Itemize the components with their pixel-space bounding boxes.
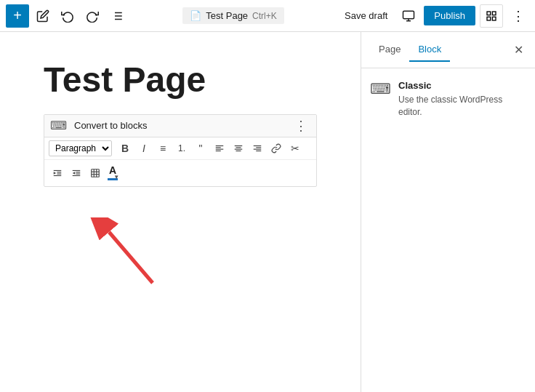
classic-toolbar-row2: A ▼ [44, 160, 316, 186]
align-right-button[interactable] [249, 142, 266, 155]
outdent-icon [71, 168, 81, 178]
unlink-button[interactable]: ✂ [286, 141, 304, 156]
convert-to-blocks-button[interactable]: Convert to blocks [71, 119, 287, 132]
classic-block-header: ⌨ Convert to blocks ⋮ [44, 115, 316, 137]
classic-toolbar-row1: Paragraph B I ≡ 1. " ✂ [44, 137, 316, 160]
page-doc-icon: 📄 [190, 10, 201, 21]
svg-rect-16 [216, 151, 221, 151]
blockquote-button[interactable]: " [192, 141, 209, 156]
block-text: Classic Use the classic WordPress editor… [398, 80, 526, 119]
italic-button[interactable]: I [135, 141, 153, 156]
plus-icon: + [13, 7, 22, 24]
list-view-button[interactable] [106, 7, 128, 25]
list-view-icon [110, 9, 124, 23]
svg-rect-33 [76, 173, 80, 174]
table-button[interactable] [87, 167, 104, 180]
add-block-button[interactable]: + [6, 4, 29, 28]
color-dropdown-arrow: ▼ [113, 174, 119, 180]
toolbar-center: 📄 Test Page Ctrl+K [131, 7, 336, 24]
outdent-button[interactable] [68, 167, 85, 180]
sidebar-header: Page Block ✕ [361, 32, 535, 68]
monitor-icon [402, 9, 415, 23]
svg-rect-6 [403, 11, 414, 19]
svg-rect-12 [487, 17, 491, 20]
svg-rect-21 [254, 145, 262, 146]
svg-rect-23 [254, 148, 262, 149]
redo-icon [86, 9, 99, 23]
classic-block: ⌨ Convert to blocks ⋮ Paragraph B I ≡ 1.… [44, 114, 317, 187]
align-center-icon [233, 143, 244, 153]
red-arrow-svg [76, 217, 171, 297]
svg-rect-20 [236, 151, 241, 151]
ordered-list-button[interactable]: 1. [173, 142, 190, 155]
svg-rect-9 [487, 12, 491, 15]
align-left-button[interactable] [211, 142, 228, 155]
svg-rect-17 [235, 145, 243, 146]
page-info-pill[interactable]: 📄 Test Page Ctrl+K [182, 7, 284, 24]
svg-rect-10 [492, 12, 496, 15]
indent-icon [52, 168, 63, 178]
link-button[interactable] [268, 142, 285, 155]
svg-rect-30 [73, 170, 81, 171]
svg-rect-24 [256, 151, 261, 151]
sidebar-content: ⌨ Classic Use the classic WordPress edit… [361, 68, 535, 130]
settings-button[interactable] [480, 4, 503, 28]
unordered-list-button[interactable]: ≡ [154, 141, 172, 156]
svg-rect-13 [216, 145, 224, 146]
paragraph-select[interactable]: Paragraph [49, 140, 112, 156]
link-icon [271, 143, 281, 153]
more-options-button[interactable]: ⋮ [507, 5, 529, 27]
svg-rect-35 [92, 169, 100, 177]
svg-rect-28 [57, 173, 61, 174]
redo-button[interactable] [81, 7, 103, 25]
align-left-icon [214, 143, 225, 153]
keyboard-shortcut: Ctrl+K [252, 11, 277, 21]
svg-rect-15 [216, 148, 224, 149]
svg-marker-26 [54, 172, 57, 175]
block-name: Classic [398, 80, 526, 91]
svg-rect-29 [54, 175, 62, 176]
table-icon [90, 168, 100, 178]
text-color-button[interactable]: A ▼ [105, 163, 120, 183]
block-info: ⌨ Classic Use the classic WordPress edit… [370, 80, 526, 119]
arrow-annotation [76, 217, 171, 300]
align-right-icon [252, 143, 262, 153]
bold-button[interactable]: B [116, 141, 134, 156]
svg-rect-19 [235, 148, 243, 149]
sidebar-close-button[interactable]: ✕ [511, 40, 526, 60]
preview-button[interactable] [398, 7, 419, 25]
block-description: Use the classic WordPress editor. [398, 94, 526, 119]
editor-area: Test Page ⌨ Convert to blocks ⋮ Paragrap… [0, 32, 361, 392]
top-toolbar: + 📄 Test Page Ctrl+K Save draft Publish [0, 0, 535, 32]
publish-button[interactable]: Publish [424, 6, 475, 25]
svg-line-41 [109, 232, 153, 283]
svg-rect-25 [54, 170, 62, 171]
align-center-button[interactable] [230, 142, 247, 155]
svg-rect-32 [76, 172, 80, 172]
settings-icon [486, 10, 497, 22]
toolbar-right: Save draft Publish ⋮ [339, 4, 529, 28]
tab-block[interactable]: Block [409, 38, 450, 62]
main-layout: Test Page ⌨ Convert to blocks ⋮ Paragrap… [0, 32, 535, 392]
block-more-options-button[interactable]: ⋮ [291, 118, 310, 134]
classic-block-icon: ⌨ [370, 80, 391, 97]
svg-marker-31 [73, 172, 76, 175]
page-title-label: Test Page [206, 10, 248, 21]
svg-rect-22 [256, 147, 261, 148]
tab-page[interactable]: Page [370, 38, 409, 62]
svg-rect-18 [236, 147, 241, 148]
undo-button[interactable] [57, 7, 79, 25]
sidebar-tabs: Page Block [370, 38, 450, 62]
svg-rect-34 [73, 175, 81, 176]
save-draft-button[interactable]: Save draft [339, 7, 393, 24]
toolbar-left: + [6, 4, 128, 28]
svg-rect-27 [57, 172, 61, 172]
page-heading: Test Page [44, 61, 317, 100]
pencil-icon [36, 9, 49, 23]
sidebar: Page Block ✕ ⌨ Classic Use the classic W… [361, 32, 535, 392]
tools-button[interactable] [32, 7, 54, 25]
indent-button[interactable] [49, 167, 66, 180]
undo-icon [61, 9, 74, 23]
svg-rect-14 [216, 147, 221, 148]
svg-rect-11 [492, 17, 496, 20]
